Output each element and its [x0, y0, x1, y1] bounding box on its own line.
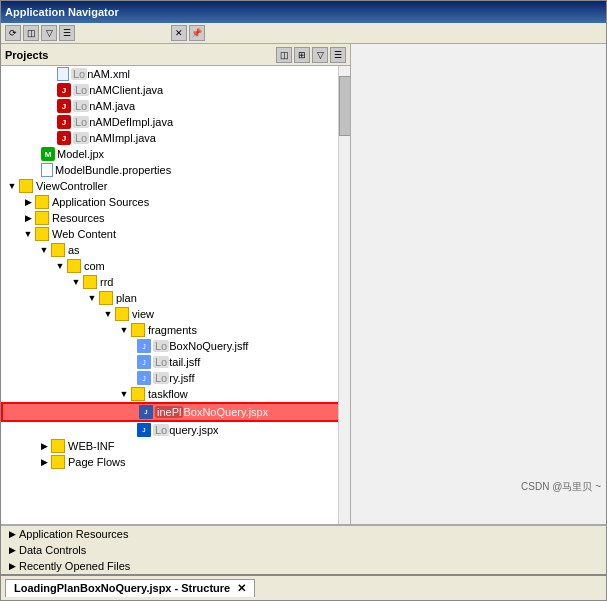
jspx-file-icon: J [137, 423, 151, 437]
folder-icon [67, 259, 81, 273]
pin-icon[interactable]: 📌 [189, 25, 205, 41]
tree-content[interactable]: LonAM.xml J LonAMClient.java J LonAM.jav… [1, 66, 350, 524]
expand-icon[interactable]: ▶ [5, 527, 19, 541]
sidebar-item-app-sources[interactable]: ▶ Application Sources [1, 194, 350, 210]
java-file-icon: J [57, 99, 71, 113]
title-text: Application Navigator [5, 6, 119, 18]
tree-icon-2[interactable]: ⊞ [294, 47, 310, 63]
item-blurred: Lo [153, 340, 169, 352]
folder-icon [51, 455, 65, 469]
selected-jspx-file[interactable]: J inePlBoxNoQuery.jspx [1, 402, 350, 422]
sidebar-item-resources[interactable]: ▶ Resources [1, 210, 350, 226]
jsff-file-icon: J [137, 355, 151, 369]
sidebar-item-webinf[interactable]: ▶ WEB-INF [1, 438, 350, 454]
expand-icon[interactable]: ▼ [53, 259, 67, 273]
main-window: Application Navigator ⟳ ◫ ▽ ☰ ✕ 📌 Projec… [0, 0, 607, 601]
toolbar-icon-1[interactable]: ⟳ [5, 25, 21, 41]
tree-filter-icon[interactable]: ▽ [312, 47, 328, 63]
expand-icon[interactable]: ▶ [37, 455, 51, 469]
sidebar-item-web-content[interactable]: ▼ Web Content [1, 226, 350, 242]
lower-panel-area: ▶ Application Resources ▶ Data Controls … [1, 524, 606, 574]
title-bar: Application Navigator [1, 1, 606, 23]
folder-icon [35, 195, 49, 209]
expand-icon[interactable]: ▼ [101, 307, 115, 321]
list-item[interactable]: J LonAMDefImpl.java [1, 114, 350, 130]
sidebar-item-fragments[interactable]: ▼ fragments [1, 322, 350, 338]
expand-icon[interactable]: ▼ [117, 323, 131, 337]
list-item[interactable]: J Lory.jsff [1, 370, 350, 386]
expand-icon[interactable]: ▼ [85, 291, 99, 305]
jspx-file-icon: J [139, 405, 153, 419]
folder-icon [35, 227, 49, 241]
expand-icon[interactable]: ▶ [21, 195, 35, 209]
list-item[interactable]: J LonAMImpl.java [1, 130, 350, 146]
item-blurred: inePl [155, 406, 183, 418]
expand-icon[interactable]: ▶ [5, 543, 19, 557]
tree-menu-icon[interactable]: ☰ [330, 47, 346, 63]
folder-icon [115, 307, 129, 321]
expand-icon[interactable]: ▼ [37, 243, 51, 257]
xml-file-icon [57, 67, 69, 81]
sidebar-item-taskflow[interactable]: ▼ taskflow [1, 386, 350, 402]
jpx-file-icon: M [41, 147, 55, 161]
list-item[interactable]: J Lotail.jsff [1, 354, 350, 370]
sidebar-item-as[interactable]: ▼ as [1, 242, 350, 258]
tree-icon-1[interactable]: ◫ [276, 47, 292, 63]
item-blurred: Lo [73, 116, 89, 128]
sidebar-item-com[interactable]: ▼ com [1, 258, 350, 274]
scroll-thumb[interactable] [339, 76, 351, 136]
sidebar-item-plan[interactable]: ▼ plan [1, 290, 350, 306]
list-item[interactable]: J LoBoxNoQuery.jsff [1, 338, 350, 354]
sidebar-item-view[interactable]: ▼ view [1, 306, 350, 322]
item-blurred: Lo [153, 424, 169, 436]
list-item[interactable]: LonAM.xml [1, 66, 350, 82]
sidebar-item-recently-opened[interactable]: ▶ Recently Opened Files [1, 558, 606, 574]
toolbar-icon-4[interactable]: ☰ [59, 25, 75, 41]
folder-icon [131, 323, 145, 337]
item-blurred: Lo [73, 100, 89, 112]
sidebar-item-rrd[interactable]: ▼ rrd [1, 274, 350, 290]
expand-icon[interactable]: ▶ [5, 559, 19, 573]
expand-icon[interactable]: ▼ [117, 387, 131, 401]
folder-icon [99, 291, 113, 305]
list-item[interactable]: J LonAM.java [1, 98, 350, 114]
projects-label: Projects [5, 49, 48, 61]
list-item[interactable]: J Loquery.jspx [1, 422, 350, 438]
tab-close-icon[interactable]: ✕ [237, 582, 246, 594]
expand-icon[interactable]: ▼ [21, 227, 35, 241]
list-item[interactable]: ModelBundle.properties [1, 162, 350, 178]
toolbar-area: ⟳ ◫ ▽ ☰ ✕ 📌 [1, 23, 606, 44]
item-blurred: Lo [153, 372, 169, 384]
content-area: Projects ◫ ⊞ ▽ ☰ LonAM.xml J LonAMClient… [1, 44, 606, 524]
close-icon[interactable]: ✕ [171, 25, 187, 41]
folder-icon [35, 211, 49, 225]
sidebar-item-data-controls[interactable]: ▶ Data Controls [1, 542, 606, 558]
props-file-icon [41, 163, 53, 177]
sidebar-item-viewcontroller[interactable]: ▼ ViewController [1, 178, 350, 194]
folder-icon [19, 179, 33, 193]
list-item[interactable]: M Model.jpx [1, 146, 350, 162]
jsff-file-icon: J [137, 371, 151, 385]
item-blurred: Lo [71, 68, 87, 80]
tab-structure[interactable]: LoadingPlanBoxNoQuery.jspx - Structure ✕ [5, 579, 255, 597]
bottom-tab-bar: LoadingPlanBoxNoQuery.jspx - Structure ✕ [1, 574, 606, 600]
expand-icon[interactable]: ▶ [21, 211, 35, 225]
expand-icon[interactable]: ▼ [5, 179, 19, 193]
toolbar-icon-2[interactable]: ◫ [23, 25, 39, 41]
folder-icon [51, 439, 65, 453]
java-file-icon: J [57, 131, 71, 145]
tree-scrollbar[interactable] [338, 66, 350, 524]
sidebar-item-page-flows[interactable]: ▶ Page Flows [1, 454, 350, 470]
expand-icon[interactable]: ▼ [69, 275, 83, 289]
folder-icon [131, 387, 145, 401]
filter-icon[interactable]: ▽ [41, 25, 57, 41]
item-blurred: Lo [73, 132, 89, 144]
item-blurred: Lo [153, 356, 169, 368]
expand-icon[interactable]: ▶ [37, 439, 51, 453]
list-item[interactable]: J LonAMClient.java [1, 82, 350, 98]
java-file-icon: J [57, 83, 71, 97]
watermark: CSDN @马里贝 ~ [521, 480, 601, 494]
tree-panel-header: Projects ◫ ⊞ ▽ ☰ [1, 44, 350, 66]
sidebar-item-app-resources[interactable]: ▶ Application Resources [1, 525, 606, 542]
folder-icon [83, 275, 97, 289]
